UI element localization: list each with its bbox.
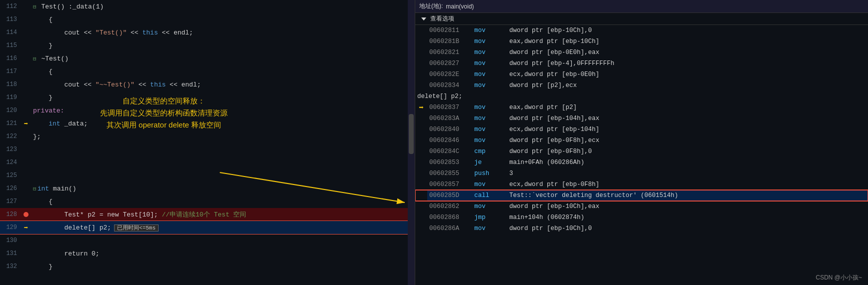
disasm-row-00602827: 00602827 mov dword ptr [ebp-4],0FFFFFFFF… [415,58,868,69]
disasm-panel: 地址(地): main(void) 查看选项 00602811 mov dwor… [415,0,868,285]
disasm-row-00602862: 00602862 mov dword ptr [ebp-10Ch],eax [415,201,868,212]
code-line-121: 121 ➡ int _data; [0,117,415,130]
disasm-row-00602857: 00602857 mov ecx,dword ptr [ebp-0F8h] [415,179,868,190]
code-line-132: 132 } [0,260,415,273]
disasm-row-00602811: 00602811 mov dword ptr [ebp-10Ch],0 [415,25,868,36]
options-triangle-icon[interactable] [421,18,426,20]
code-line-124: 124 [0,156,415,169]
code-line-131: 131 return 0; [0,247,415,260]
code-line-122: 122 }; [0,130,415,143]
disasm-row-00602855: 00602855 push 3 [415,168,868,179]
disasm-section-delete: delete[] p2; [415,91,868,102]
disasm-row-00602837: ➡ 00602837 mov eax,dword ptr [p2] [415,102,868,113]
disasm-options-label: 查看选项 [430,14,454,23]
code-line-112: 112 ⊟ Test() :_data(1) [0,0,415,13]
disasm-row-00602840: 00602840 mov ecx,dword ptr [ebp-104h] [415,124,868,135]
current-line-arrow: ➡ [24,224,28,232]
code-line-113: 113 { [0,13,415,26]
disasm-row-00602853: 00602853 je main+0FAh (060286Ah) [415,157,868,168]
code-line-127: 127 { [0,195,415,208]
code-line-126: 126 ⊟int main() [0,182,415,195]
disasm-row-00602834: 00602834 mov dword ptr [p2],ecx [415,80,868,91]
code-line-114: 114 cout << "Test()" << this << endl; [0,26,415,39]
disasm-header-value: main(void) [446,3,474,10]
code-line-120: 120 private: [0,104,415,117]
code-line-115: 115 } [0,39,415,52]
breakpoint-dot [24,212,29,217]
disasm-row-0060285D: 0060285D call Test::`vector deleting des… [415,190,868,201]
code-line-123: 123 [0,143,415,156]
scrollbar-thumb[interactable] [409,114,414,154]
code-line-129: 129 ➡ delete[] p2;已用时间<=5ms [0,221,415,234]
disasm-row-00602821: 00602821 mov dword ptr [ebp-0E0h],eax [415,47,868,58]
scrollbar[interactable] [408,0,415,285]
code-line-119: 119 } [0,91,415,104]
disasm-row-0060286A: 0060286A mov dword ptr [ebp-10Ch],0 [415,223,868,234]
code-line-117: 117 { [0,65,415,78]
disasm-row-0060281B: 0060281B mov eax,dword ptr [ebp-10Ch] [415,36,868,47]
disasm-row-00602846: 00602846 mov dword ptr [ebp-0F8h],ecx [415,135,868,146]
disasm-row-00602868: 00602868 jmp main+104h (0602874h) [415,212,868,223]
disasm-row-0060282E: 0060282E mov ecx,dword ptr [ebp-0E0h] [415,69,868,80]
code-line-128: 128 Test* p2 = new Test[10]; //申请连续10个 T… [0,208,415,221]
csdn-watermark: CSDN @小小孩~ [815,274,862,282]
code-line-118: 118 cout << "~~Test()" << this << endl; [0,78,415,91]
code-lines: 112 ⊟ Test() :_data(1) 113 { 114 cout <<… [0,0,415,273]
line-arrow-121: ➡ [24,120,28,128]
code-line-130: 130 [0,234,415,247]
disasm-row-0060283A: 0060283A mov dword ptr [ebp-104h],eax [415,113,868,124]
disasm-options-row[interactable]: 查看选项 [415,13,868,25]
code-line-116: 116 ⊟ ~Test() [0,52,415,65]
disasm-header-prefix: 地址(地): [419,2,443,10]
disasm-header: 地址(地): main(void) [415,0,868,13]
disasm-table: 00602811 mov dword ptr [ebp-10Ch],0 0060… [415,25,868,234]
code-panel: 112 ⊟ Test() :_data(1) 113 { 114 cout <<… [0,0,415,285]
code-line-125: 125 [0,169,415,182]
disasm-row-0060284C: 0060284C cmp dword ptr [ebp-0F8h],0 [415,146,868,157]
current-disasm-arrow: ➡ [419,104,424,112]
